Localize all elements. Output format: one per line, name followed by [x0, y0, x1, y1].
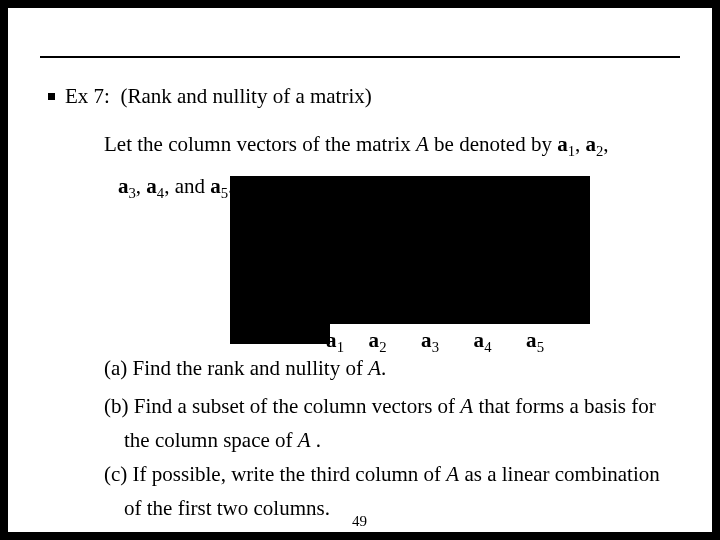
comma1: , [575, 132, 586, 156]
sub-5: 5 [221, 185, 228, 201]
comma2: , [603, 132, 608, 156]
part-a: (a) Find the rank and nullity of A. [104, 356, 386, 381]
matrix-A: A [416, 132, 429, 156]
lbl-a2: a [368, 328, 379, 352]
sub-3: 3 [129, 185, 136, 201]
horizontal-rule [40, 56, 680, 58]
part-c-cont: of the first two columns. [124, 496, 330, 521]
part-c-post: as a linear combination [459, 462, 660, 486]
intro-pre: Let the column vectors of the matrix [104, 132, 416, 156]
lbl-a4: a [473, 328, 484, 352]
vec-a5: a [210, 174, 221, 198]
part-b-cont: the column space of A . [124, 428, 321, 453]
part-b: (b) Find a subset of the column vectors … [104, 394, 656, 419]
part-c-A: A [446, 462, 459, 486]
part-c2-text: of the first two columns. [124, 496, 330, 520]
sub-1: 1 [568, 143, 575, 159]
vec-a2: a [585, 132, 596, 156]
part-a-post: . [381, 356, 386, 380]
intro-line: Let the column vectors of the matrix A b… [104, 132, 609, 160]
part-b2-A: A [298, 428, 311, 452]
vec-a1: a [557, 132, 568, 156]
intro-post: be denoted by [429, 132, 557, 156]
part-a-A: A [368, 356, 381, 380]
part-a-pre: (a) Find the rank and nullity of [104, 356, 368, 380]
part-b2-pre: the column space of [124, 428, 298, 452]
part-b-post: that forms a basis for [473, 394, 656, 418]
lbl-a1: a [326, 328, 337, 352]
page-number: 49 [352, 513, 367, 530]
comma3: , [136, 174, 147, 198]
example-title: Ex 7: (Rank and nullity of a matrix) [48, 84, 372, 109]
part-c: (c) If possible, write the third column … [104, 462, 660, 487]
lbl-a3: a [421, 328, 432, 352]
slide: Ex 7: (Rank and nullity of a matrix) Let… [8, 8, 712, 532]
part-b-pre: (b) Find a subset of the column vectors … [104, 394, 460, 418]
title-prefix: Ex 7: [65, 84, 110, 108]
part-b-A: A [460, 394, 473, 418]
and-text: , and [164, 174, 210, 198]
vec-a4: a [146, 174, 157, 198]
bullet-icon [48, 93, 55, 100]
vec-a3: a [118, 174, 129, 198]
matrix-placeholder-extension [230, 324, 330, 344]
matrix-placeholder [230, 176, 590, 324]
part-b2-post: . [311, 428, 322, 452]
title-rest: (Rank and nullity of a matrix) [120, 84, 371, 108]
lbl-a5: a [526, 328, 537, 352]
intro-line-2: a3, a4, and a5. [118, 174, 233, 202]
column-vector-labels: a1a2a3a4a5 [326, 328, 544, 356]
part-c-pre: (c) If possible, write the third column … [104, 462, 446, 486]
